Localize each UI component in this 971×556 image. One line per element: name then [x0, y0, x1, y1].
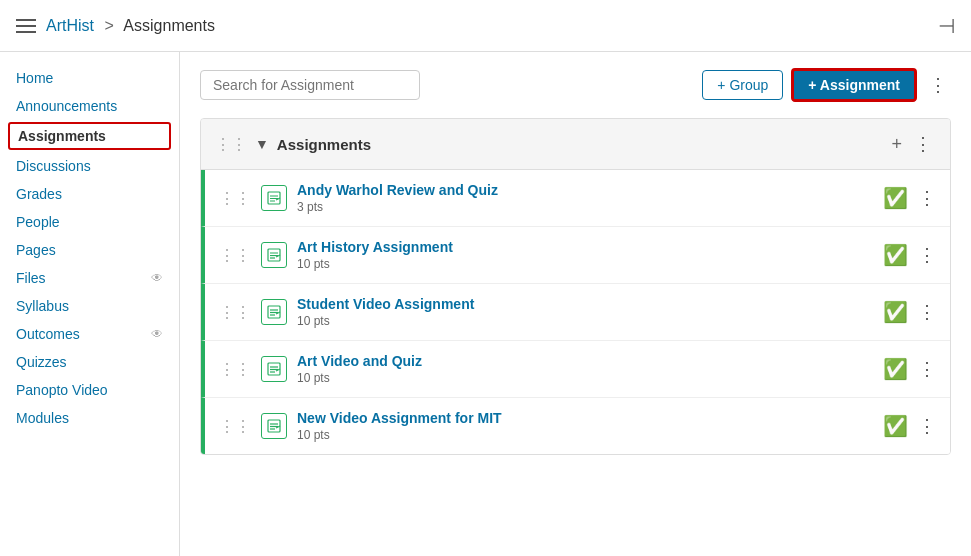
- row-drag-handle[interactable]: ⋮⋮: [219, 246, 251, 265]
- toolbar-more-button[interactable]: ⋮: [925, 70, 951, 100]
- assignment-pts: 10 pts: [297, 257, 873, 271]
- assignment-row: ⋮⋮ Art History Assignment 10 pts ✅ ⋮: [201, 227, 950, 284]
- group-drag-handle[interactable]: ⋮⋮: [215, 135, 247, 154]
- assignment-row: ⋮⋮ Student Video Assignment 10 pts ✅ ⋮: [201, 284, 950, 341]
- row-more-button[interactable]: ⋮: [918, 301, 936, 323]
- assignment-pts: 3 pts: [297, 200, 873, 214]
- breadcrumb-course[interactable]: ArtHist: [46, 17, 94, 34]
- eye-icon-outcomes: 👁: [151, 327, 163, 341]
- group-add-button[interactable]: +: [891, 134, 902, 155]
- row-drag-handle[interactable]: ⋮⋮: [219, 189, 251, 208]
- sidebar-label-assignments: Assignments: [18, 128, 106, 144]
- sidebar-item-grades[interactable]: Grades: [0, 180, 179, 208]
- breadcrumb-current: Assignments: [123, 17, 215, 34]
- sidebar-item-pages[interactable]: Pages: [0, 236, 179, 264]
- assignment-info: Art Video and Quiz 10 pts: [297, 353, 873, 385]
- row-drag-handle[interactable]: ⋮⋮: [219, 303, 251, 322]
- row-more-button[interactable]: ⋮: [918, 358, 936, 380]
- main-content: + Group + Assignment ⋮ ⋮⋮ ▼ Assignments …: [180, 52, 971, 556]
- toolbar-right: + Group + Assignment ⋮: [702, 68, 951, 102]
- assignment-row: ⋮⋮ New Video Assignment for MIT 10 pts ✅…: [201, 398, 950, 454]
- layout: HomeAnnouncementsAssignmentsDiscussionsG…: [0, 52, 971, 556]
- row-drag-handle[interactable]: ⋮⋮: [219, 360, 251, 379]
- assignment-name[interactable]: New Video Assignment for MIT: [297, 410, 873, 426]
- sidebar-label-modules: Modules: [16, 410, 69, 426]
- assignments-list: ⋮⋮ Andy Warhol Review and Quiz 3 pts ✅ ⋮…: [201, 170, 950, 454]
- status-icon: ✅: [883, 300, 908, 324]
- sidebar-item-syllabus[interactable]: Syllabus: [0, 292, 179, 320]
- collapse-button[interactable]: ⊣: [938, 14, 955, 38]
- sidebar-label-files: Files: [16, 270, 46, 286]
- eye-icon-files: 👁: [151, 271, 163, 285]
- row-more-button[interactable]: ⋮: [918, 415, 936, 437]
- assignment-pts: 10 pts: [297, 371, 873, 385]
- status-icon: ✅: [883, 414, 908, 438]
- row-more-button[interactable]: ⋮: [918, 244, 936, 266]
- top-bar: ArtHist > Assignments ⊣: [0, 0, 971, 52]
- assignment-icon: [261, 413, 287, 439]
- assignment-info: Student Video Assignment 10 pts: [297, 296, 873, 328]
- status-icon: ✅: [883, 357, 908, 381]
- assignment-pts: 10 pts: [297, 314, 873, 328]
- status-icon: ✅: [883, 186, 908, 210]
- group-actions: + ⋮: [891, 129, 936, 159]
- sidebar-label-syllabus: Syllabus: [16, 298, 69, 314]
- sidebar-item-quizzes[interactable]: Quizzes: [0, 348, 179, 376]
- sidebar-item-people[interactable]: People: [0, 208, 179, 236]
- sidebar: HomeAnnouncementsAssignmentsDiscussionsG…: [0, 52, 180, 556]
- sidebar-item-home[interactable]: Home: [0, 64, 179, 92]
- assignment-pts: 10 pts: [297, 428, 873, 442]
- sidebar-item-announcements[interactable]: Announcements: [0, 92, 179, 120]
- assignment-row: ⋮⋮ Art Video and Quiz 10 pts ✅ ⋮: [201, 341, 950, 398]
- search-input[interactable]: [200, 70, 420, 100]
- group-header: ⋮⋮ ▼ Assignments + ⋮: [201, 119, 950, 170]
- assignment-icon: [261, 299, 287, 325]
- sidebar-item-outcomes[interactable]: Outcomes👁: [0, 320, 179, 348]
- breadcrumb-sep: >: [104, 17, 113, 34]
- assignment-name[interactable]: Art History Assignment: [297, 239, 873, 255]
- sidebar-item-assignments[interactable]: Assignments: [8, 122, 171, 150]
- sidebar-item-modules[interactable]: Modules: [0, 404, 179, 432]
- sidebar-label-outcomes: Outcomes: [16, 326, 80, 342]
- assignment-info: Art History Assignment 10 pts: [297, 239, 873, 271]
- sidebar-item-files[interactable]: Files👁: [0, 264, 179, 292]
- assignment-name[interactable]: Andy Warhol Review and Quiz: [297, 182, 873, 198]
- row-more-button[interactable]: ⋮: [918, 187, 936, 209]
- assignment-icon: [261, 356, 287, 382]
- assignment-info: New Video Assignment for MIT 10 pts: [297, 410, 873, 442]
- sidebar-label-pages: Pages: [16, 242, 56, 258]
- group-more-button[interactable]: ⋮: [910, 129, 936, 159]
- toolbar: + Group + Assignment ⋮: [200, 68, 951, 102]
- group-title: Assignments: [277, 136, 884, 153]
- sidebar-label-home: Home: [16, 70, 53, 86]
- hamburger-menu[interactable]: [16, 19, 36, 33]
- sidebar-item-discussions[interactable]: Discussions: [0, 152, 179, 180]
- assignment-icon: [261, 242, 287, 268]
- sidebar-label-quizzes: Quizzes: [16, 354, 67, 370]
- assignment-group: ⋮⋮ ▼ Assignments + ⋮ ⋮⋮: [200, 118, 951, 455]
- assignment-name[interactable]: Art Video and Quiz: [297, 353, 873, 369]
- sidebar-label-people: People: [16, 214, 60, 230]
- assignment-info: Andy Warhol Review and Quiz 3 pts: [297, 182, 873, 214]
- sidebar-label-panopto-video: Panopto Video: [16, 382, 108, 398]
- assignment-name[interactable]: Student Video Assignment: [297, 296, 873, 312]
- assignment-button[interactable]: + Assignment: [791, 68, 917, 102]
- row-drag-handle[interactable]: ⋮⋮: [219, 417, 251, 436]
- assignment-row: ⋮⋮ Andy Warhol Review and Quiz 3 pts ✅ ⋮: [201, 170, 950, 227]
- group-toggle[interactable]: ▼: [255, 136, 269, 152]
- sidebar-item-panopto-video[interactable]: Panopto Video: [0, 376, 179, 404]
- assignment-icon: [261, 185, 287, 211]
- group-button[interactable]: + Group: [702, 70, 783, 100]
- sidebar-label-announcements: Announcements: [16, 98, 117, 114]
- sidebar-label-grades: Grades: [16, 186, 62, 202]
- breadcrumb: ArtHist > Assignments: [46, 17, 215, 35]
- status-icon: ✅: [883, 243, 908, 267]
- sidebar-label-discussions: Discussions: [16, 158, 91, 174]
